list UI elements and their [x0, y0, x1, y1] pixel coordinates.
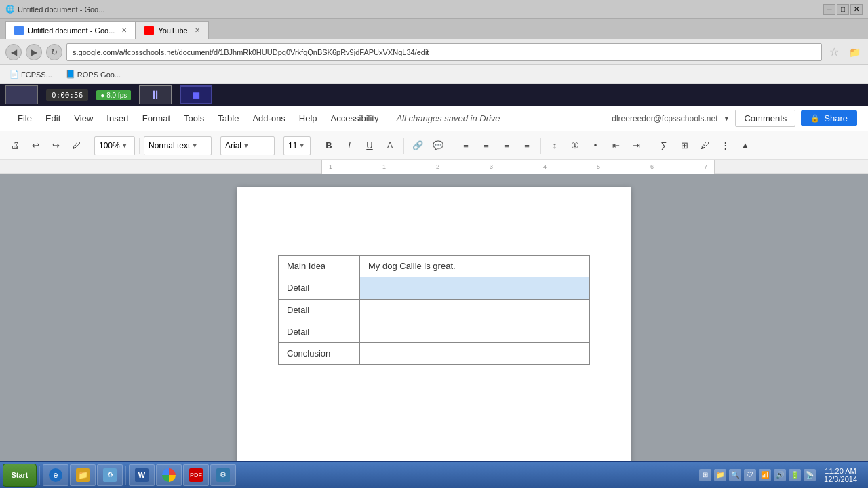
italic-button[interactable]: I [340, 136, 359, 155]
label-conclusion: Conclusion [279, 342, 360, 364]
redo-button[interactable]: ↪ [46, 136, 65, 155]
comments-button[interactable]: Comments [735, 110, 795, 127]
app7-icon: ⚙ [216, 468, 230, 482]
minimize-button[interactable]: ─ [823, 4, 835, 15]
size-arrow-icon: ▼ [298, 142, 305, 149]
taskbar-recycle[interactable]: ♻ [97, 464, 123, 486]
bookmark-item-1[interactable]: 📄 FCPSS... [5, 68, 56, 80]
content-detail-3[interactable] [360, 321, 590, 342]
align-right-button[interactable]: ≡ [497, 136, 516, 155]
table-row-main-idea: Main Idea My dog Callie is great. [279, 256, 590, 277]
label-main-idea: Main Idea [279, 256, 360, 277]
tab-youtube-close[interactable]: ✕ [195, 26, 200, 34]
content-conclusion[interactable] [360, 342, 590, 364]
collapse-toolbar-button[interactable]: ▲ [736, 136, 755, 155]
label-detail-3: Detail [279, 321, 360, 342]
rec-timer: 0:00:56 [46, 89, 88, 101]
bookmark-label-2: ROPS Goo... [77, 70, 121, 79]
taskbar-ie[interactable]: e [43, 464, 68, 486]
refresh-button[interactable]: ↻ [46, 44, 62, 60]
paint-format-button[interactable]: 🖊 [66, 136, 85, 155]
font-dropdown[interactable]: Arial ▼ [220, 136, 275, 155]
taskbar-sep-2 [125, 466, 126, 485]
maximize-button[interactable]: □ [837, 4, 849, 15]
tab-youtube[interactable]: YouTube ✕ [136, 21, 208, 39]
label-detail-2: Detail [279, 299, 360, 321]
ruler-mark-1: 1 [329, 163, 332, 170]
undo-button[interactable]: ↩ [26, 136, 45, 155]
style-dropdown[interactable]: Normal text ▼ [144, 136, 212, 155]
print-button[interactable]: 🖨 [5, 136, 24, 155]
title-bar: 🌐 Untitled document - Goo... ─ □ ✕ [0, 0, 868, 19]
link-button[interactable]: 🔗 [408, 136, 427, 155]
address-bar: ◀ ▶ ↻ s.google.com/a/fcpsschools.net/doc… [0, 39, 868, 65]
start-button[interactable]: Start [3, 464, 37, 487]
menu-format[interactable]: Format [136, 109, 177, 127]
forward-button[interactable]: ▶ [26, 44, 42, 60]
bullet-list-button[interactable]: • [586, 136, 605, 155]
text-color-button[interactable]: A [380, 136, 399, 155]
close-button[interactable]: ✕ [850, 4, 863, 15]
taskbar-pdf[interactable]: PDF [183, 464, 209, 486]
toolbar-sep-9 [650, 138, 650, 154]
ruler-mark-4: 3 [490, 163, 493, 170]
explorer-icon: 📁 [76, 468, 90, 482]
tab-docs[interactable]: Untitled document - Goo... ✕ [5, 21, 136, 39]
underline-button[interactable]: U [360, 136, 379, 155]
size-dropdown[interactable]: 11 ▼ [283, 136, 311, 155]
menu-table[interactable]: Table [211, 109, 245, 127]
document-area: Main Idea My dog Callie is great. Detail… [0, 174, 868, 485]
formula-button[interactable]: ∑ [654, 136, 673, 155]
align-center-button[interactable]: ≡ [477, 136, 496, 155]
bookmark-star[interactable]: ☆ [826, 44, 842, 60]
taskbar-chrome[interactable] [156, 464, 182, 486]
share-button[interactable]: 🔒 Share [801, 110, 857, 126]
font-value: Arial [225, 141, 241, 150]
menu-accessibility[interactable]: Accessibility [324, 109, 386, 127]
bookmark-item-2[interactable]: 📘 ROPS Goo... [62, 68, 125, 80]
content-detail-1[interactable] [360, 277, 590, 300]
numbered-list-button[interactable]: ① [566, 136, 585, 155]
menu-file[interactable]: File [11, 109, 39, 127]
dropdown-arrow-icon[interactable]: ▼ [724, 115, 730, 122]
ruler: 1 1 2 3 4 5 6 7 [0, 160, 868, 174]
highlight-color-button[interactable]: 🖊 [695, 136, 714, 155]
justify-button[interactable]: ≡ [517, 136, 536, 155]
folder-icon[interactable]: 📁 [846, 44, 863, 60]
address-input[interactable]: s.google.com/a/fcpsschools.net/document/… [66, 43, 822, 61]
rec-thumb-pause[interactable]: ⏸ [139, 85, 172, 104]
menu-insert[interactable]: Insert [100, 109, 136, 127]
indent-decrease-button[interactable]: ⇤ [606, 136, 625, 155]
toolbar-sep-4 [279, 138, 279, 154]
taskbar-word[interactable]: W [129, 464, 155, 486]
bold-button[interactable]: B [319, 136, 338, 155]
rec-thumb-stop[interactable]: ■ [180, 85, 212, 104]
more-button[interactable]: ⋮ [715, 136, 734, 155]
bookmark-favicon-2: 📘 [66, 70, 75, 79]
taskbar-explorer[interactable]: 📁 [70, 464, 96, 486]
line-spacing-button[interactable]: ↕ [545, 136, 564, 155]
content-detail-2[interactable] [360, 299, 590, 321]
image-options-button[interactable]: ⊞ [675, 136, 694, 155]
zoom-dropdown[interactable]: 100% ▼ [94, 136, 135, 155]
pdf-icon: PDF [189, 468, 203, 482]
ruler-mark-6: 5 [597, 163, 600, 170]
youtube-favicon [144, 26, 154, 35]
tab-bar: Untitled document - Goo... ✕ YouTube ✕ [0, 19, 868, 39]
comment-button[interactable]: 💬 [429, 136, 448, 155]
ruler-mark-2: 1 [382, 163, 386, 170]
document-page[interactable]: Main Idea My dog Callie is great. Detail… [237, 187, 631, 472]
menu-view[interactable]: View [67, 109, 100, 127]
taskbar-app7[interactable]: ⚙ [210, 464, 236, 486]
menu-addons[interactable]: Add-ons [245, 109, 292, 127]
clock-time: 11:20 AM [824, 467, 857, 475]
menu-tools[interactable]: Tools [177, 109, 211, 127]
content-main-idea[interactable]: My dog Callie is great. [360, 256, 590, 277]
tab-docs-close[interactable]: ✕ [121, 26, 127, 34]
align-left-button[interactable]: ≡ [456, 136, 475, 155]
menu-edit[interactable]: Edit [39, 109, 67, 127]
menu-help[interactable]: Help [292, 109, 324, 127]
style-value: Normal text [149, 141, 190, 150]
indent-increase-button[interactable]: ⇥ [627, 136, 646, 155]
back-button[interactable]: ◀ [5, 44, 22, 60]
